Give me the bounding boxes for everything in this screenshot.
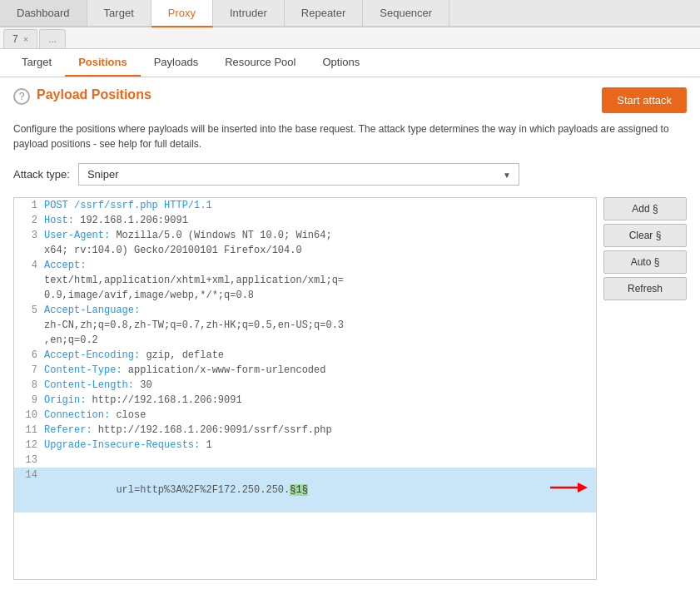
editor-buttons: Add § Clear § Auto § Refresh [603, 197, 687, 580]
top-nav: Dashboard Target Proxy Intruder Repeater… [0, 0, 700, 27]
table-row: 6 Accept-Encoding: gzip, deflate [14, 348, 596, 363]
section-title: Payload Positions [37, 87, 151, 102]
attack-type-label: Attack type: [13, 168, 70, 181]
table-row: 3 User-Agent: Mozilla/5.0 (Windows NT 10… [14, 228, 596, 243]
table-row: 5 Accept-Language: [14, 303, 596, 318]
subtab-payloads[interactable]: Payloads [141, 49, 211, 77]
close-tab-icon[interactable]: × [23, 34, 28, 44]
clear-button[interactable]: Clear § [603, 224, 687, 247]
attack-type-select[interactable]: Sniper Battering ram Pitchfork Cluster b… [78, 163, 519, 186]
tab-bar: 7 × ... [0, 27, 700, 49]
help-icon[interactable]: ? [13, 88, 30, 105]
subtab-target[interactable]: Target [8, 49, 65, 77]
auto-button[interactable]: Auto § [603, 250, 687, 274]
table-row: 10 Connection: close [14, 408, 596, 423]
tab-7[interactable]: 7 × [3, 29, 37, 48]
table-row: x64; rv:104.0) Gecko/20100101 Firefox/10… [14, 243, 596, 258]
table-row: text/html,application/xhtml+xml,applicat… [14, 273, 596, 288]
table-row: 9 Origin: http://192.168.1.206:9091 [14, 393, 596, 408]
attack-type-select-wrapper[interactable]: Sniper Battering ram Pitchfork Cluster b… [78, 163, 519, 186]
table-row: 12 Upgrade-Insecure-Requests: 1 [14, 438, 596, 453]
svg-marker-1 [578, 483, 588, 493]
main-content: ? Payload Positions Start attack Configu… [0, 77, 700, 609]
table-row: 11 Referer: http://192.168.1.206:9091/ss… [14, 423, 596, 438]
tab-dots[interactable]: ... [39, 29, 66, 48]
table-row: zh-CN,zh;q=0.8,zh-TW;q=0.7,zh-HK;q=0.5,e… [14, 318, 596, 333]
table-row: 4 Accept: [14, 258, 596, 273]
attack-type-row: Attack type: Sniper Battering ram Pitchf… [13, 163, 687, 186]
table-row-highlighted: 14 url=http%3A%2F%2F172.250.250.§1§ [14, 468, 596, 512]
tab-repeater[interactable]: Repeater [285, 0, 363, 26]
refresh-button[interactable]: Refresh [603, 277, 687, 300]
request-editor[interactable]: 1 POST /ssrf/ssrf.php HTTP/1.1 2 Host: 1… [13, 197, 597, 580]
table-row: 8 Content-Length: 30 [14, 378, 596, 393]
header-row: ? Payload Positions Start attack [13, 87, 687, 113]
code-area: 1 POST /ssrf/ssrf.php HTTP/1.1 2 Host: 1… [14, 198, 596, 512]
tab-target[interactable]: Target [87, 0, 151, 26]
editor-container: 1 POST /ssrf/ssrf.php HTTP/1.1 2 Host: 1… [13, 197, 687, 580]
table-row: 1 POST /ssrf/ssrf.php HTTP/1.1 [14, 198, 596, 213]
tab-7-label: 7 [12, 33, 18, 45]
tab-dashboard[interactable]: Dashboard [0, 0, 87, 26]
add-button[interactable]: Add § [603, 197, 687, 220]
tab-proxy[interactable]: Proxy [151, 0, 213, 27]
table-row: 0.9,image/avif,image/webp,*/*;q=0.8 [14, 288, 596, 303]
tab-dots-label: ... [48, 33, 57, 45]
description-text: Configure the positions where payloads w… [13, 121, 687, 151]
start-attack-button[interactable]: Start attack [602, 87, 687, 113]
subtab-resource-pool[interactable]: Resource Pool [211, 49, 309, 77]
table-row: 2 Host: 192.168.1.206:9091 [14, 213, 596, 228]
subtab-positions[interactable]: Positions [65, 49, 141, 77]
header-left: ? Payload Positions [13, 87, 151, 105]
table-row: 7 Content-Type: application/x-www-form-u… [14, 363, 596, 378]
subtab-options[interactable]: Options [309, 49, 373, 77]
tab-sequencer[interactable]: Sequencer [363, 0, 449, 26]
sub-tabs: Target Positions Payloads Resource Pool … [0, 49, 700, 77]
table-row: 13 [14, 453, 596, 468]
table-row: ,en;q=0.2 [14, 333, 596, 348]
tab-intruder[interactable]: Intruder [213, 0, 285, 26]
arrow-icon [546, 478, 588, 502]
